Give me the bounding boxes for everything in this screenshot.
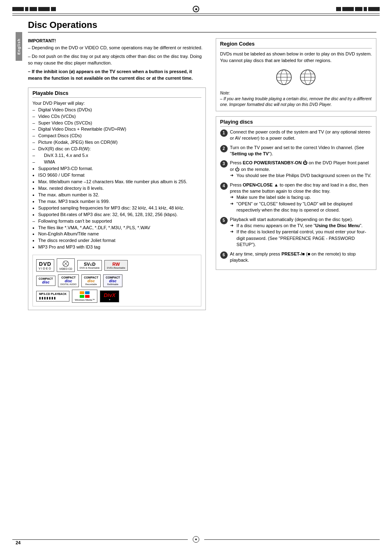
playable-discs-list: Digital Video Discs (DVDs) Video CDs (VC… bbox=[32, 107, 201, 251]
logo-compact2-sub: DIGITAL AUDIO bbox=[60, 283, 76, 286]
step-1-num: 1 bbox=[220, 129, 228, 137]
important-section: IMPORTANT! – Depending on the DVD or VID… bbox=[28, 38, 206, 82]
bottom-line-right bbox=[204, 539, 380, 540]
logo-compact4-sub: ReWritable bbox=[106, 283, 120, 286]
windows-logo bbox=[80, 291, 90, 298]
step-6: 6 At any time, simply press PRESET-/■ (■… bbox=[220, 251, 372, 264]
top-bar-seg7 bbox=[342, 7, 354, 11]
important-text: – Depending on the DVD or VIDEO CD, some… bbox=[28, 45, 206, 82]
logo-compact1-label: COMPACT bbox=[39, 277, 53, 280]
disc-logos-row2: COMPACT disc COMPACT disc DIGITAL AUDIO … bbox=[36, 274, 198, 287]
top-bar-circle-inner bbox=[195, 8, 197, 10]
step-4-content: Press OPEN•CLOSE ▲ to open the disc tray… bbox=[230, 182, 372, 214]
list-item: Supported MP3-CD format. bbox=[32, 166, 201, 172]
step-5-num: 5 bbox=[220, 217, 228, 224]
list-item: Following formats can't be supported bbox=[32, 218, 201, 225]
region-note: Note: – If you are having trouble playin… bbox=[220, 90, 372, 108]
important-para-1: – Depending on the DVD or VIDEO CD, some… bbox=[28, 45, 206, 51]
bottom-bar bbox=[0, 536, 392, 543]
globe-icon-1 bbox=[275, 68, 293, 86]
svg-rect-6 bbox=[85, 295, 90, 298]
playing-discs-title: Playing discs bbox=[220, 119, 372, 127]
logo-compact3-sub: Recordable bbox=[84, 283, 98, 286]
list-item: WMA bbox=[32, 159, 201, 166]
svg-rect-4 bbox=[85, 291, 90, 294]
list-item: Supported sampling frequencies for MP3 d… bbox=[32, 205, 201, 212]
bottom-line-left bbox=[12, 539, 188, 540]
step-6-content: At any time, simply press PRESET-/■ (■ o… bbox=[230, 251, 372, 264]
logo-compact1-disc: disc bbox=[39, 280, 53, 284]
step-5-arrow1: If a disc menu appears on the TV, see "U… bbox=[230, 223, 372, 229]
logo-compact3: COMPACT disc Recordable bbox=[81, 274, 101, 287]
logo-mp3-bars: ▮▮▮▮ ▮▮▮ bbox=[39, 296, 67, 300]
note-label: Note: bbox=[220, 91, 230, 95]
top-bar-seg8 bbox=[355, 7, 362, 11]
list-item: The max. MP3 track number is 999. bbox=[32, 198, 201, 205]
cd-icon bbox=[61, 260, 71, 267]
list-item: The max. album number is 32. bbox=[32, 192, 201, 198]
side-tab-label: English bbox=[16, 32, 22, 61]
step-4-num: 4 bbox=[220, 182, 228, 190]
region-codes-text: DVDs must be labeled as shown below in o… bbox=[220, 51, 372, 64]
disc-logos-row1: DVD VIDEO VI bbox=[36, 258, 198, 272]
top-bar-seg1 bbox=[12, 7, 24, 11]
step-3-bold: ECO POWER/STANDBY-ON ⏻ bbox=[243, 160, 307, 165]
list-item: DivX(R) disc on CD-R(W): bbox=[32, 146, 201, 152]
main-content: English Disc Operations IMPORTANT! – Dep… bbox=[0, 16, 392, 323]
playing-discs-section: Playing discs 1 Connect the power cords … bbox=[216, 116, 376, 270]
list-item: DivX 3.11, 4.x and 5.x bbox=[32, 152, 201, 159]
list-item: Picture (Kodak, JPEG) files on CDR(W) bbox=[32, 139, 201, 146]
step-3-content: Press ECO POWER/STANDBY-ON ⏻ on the DVD … bbox=[230, 160, 372, 179]
logo-rw-text: RW bbox=[107, 262, 125, 267]
step-2: 2 Turn on the TV power and set to the co… bbox=[220, 145, 372, 157]
bottom-bar-inner bbox=[12, 536, 380, 543]
logo-divx: DivX ● bbox=[100, 290, 119, 302]
list-item: MP3 Pro and MP3 with ID3 tag bbox=[32, 244, 201, 251]
important-title: IMPORTANT! bbox=[28, 38, 206, 43]
region-icons bbox=[220, 68, 372, 86]
bottom-circle-inner bbox=[195, 539, 197, 540]
step-4-bold: OPEN•CLOSE ▲ bbox=[243, 182, 279, 187]
logo-svd-sub: DVD & Rewritable bbox=[80, 267, 99, 269]
step-4-arrow1: Make sure the label side is facing up. bbox=[230, 194, 372, 200]
page-title: Disc Operations bbox=[28, 20, 376, 32]
region-codes-title: Region Codes bbox=[220, 41, 372, 48]
step-3-num: 3 bbox=[220, 160, 228, 168]
step-4-arrow2: "OPEN" or "CLOSE" followed by "LOAD" wil… bbox=[230, 201, 372, 214]
playable-discs-intro: Your DVD Player will play: bbox=[32, 100, 201, 107]
logo-compact3-disc: disc bbox=[84, 279, 98, 283]
globe-icon-2 bbox=[299, 68, 317, 86]
logo-rw: RW DVD+Rewritable bbox=[104, 260, 128, 271]
bottom-circle bbox=[193, 536, 199, 543]
step-1-content: Connect the power cords of the system an… bbox=[230, 129, 372, 142]
list-item: Max. nested directory is 8 levels. bbox=[32, 185, 201, 192]
list-item: ISO 9660 / UDF format bbox=[32, 172, 201, 179]
step-5: 5 Playback will start automatically (dep… bbox=[220, 216, 372, 248]
svg-rect-3 bbox=[80, 291, 84, 294]
playable-discs-title: Playable Discs bbox=[32, 90, 201, 98]
logo-compact2-label: COMPACT bbox=[60, 276, 76, 279]
logo-compact3-label: COMPACT bbox=[84, 276, 98, 279]
list-item: Non-English Album/Title name bbox=[32, 231, 201, 237]
logo-mp3: MP3-CD PLAYBACK ▮▮▮▮ ▮▮▮ bbox=[36, 291, 69, 302]
logo-vcd-text: VIDEO CD bbox=[59, 267, 72, 270]
step-6-bold: PRESET-/■ bbox=[281, 251, 305, 256]
logo-divx-text: DivX bbox=[104, 292, 115, 298]
logo-dvd-sub: VIDEO bbox=[39, 267, 52, 270]
right-column: Region Codes DVDs must be labeled as sho… bbox=[216, 38, 376, 315]
list-item: Digital Video Discs (DVDs) bbox=[32, 107, 201, 113]
top-bar-seg10 bbox=[368, 7, 380, 11]
page-body: Disc Operations IMPORTANT! – Depending o… bbox=[28, 20, 376, 315]
logo-vcd: VIDEO CD bbox=[57, 258, 75, 272]
disc-logos: DVD VIDEO VI bbox=[32, 255, 201, 306]
logo-rw-sub: DVD+Rewritable bbox=[107, 267, 125, 269]
logo-compact4-label: COMPACT bbox=[106, 276, 120, 279]
step-2-content: Turn on the TV power and set to the corr… bbox=[230, 145, 372, 157]
logo-divx-sub: ● bbox=[104, 298, 115, 301]
logo-compact1: COMPACT disc bbox=[36, 276, 55, 286]
top-bar-seg6 bbox=[336, 7, 341, 11]
logo-wm-text: Windows Media™ bbox=[75, 299, 95, 301]
step-3-arrow1: You should see the blue Philips DVD back… bbox=[230, 173, 372, 179]
note-text: – If you are having trouble playing a ce… bbox=[220, 96, 372, 108]
top-bar-seg2 bbox=[25, 7, 28, 11]
